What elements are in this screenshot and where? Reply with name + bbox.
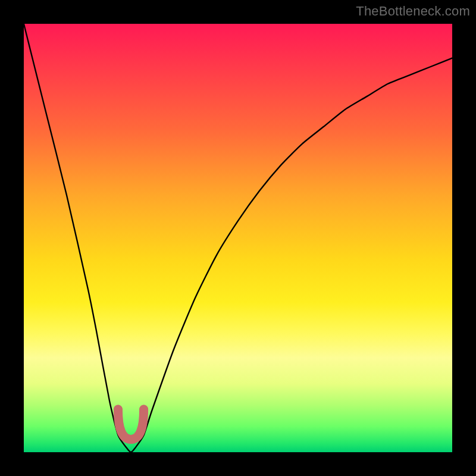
watermark-text: TheBottleneck.com	[356, 4, 470, 19]
svg-point-1	[139, 405, 148, 414]
chart-frame: TheBottleneck.com	[0, 0, 476, 476]
plot-area	[24, 24, 452, 452]
bottleneck-curve	[24, 24, 452, 452]
svg-point-0	[114, 405, 123, 414]
